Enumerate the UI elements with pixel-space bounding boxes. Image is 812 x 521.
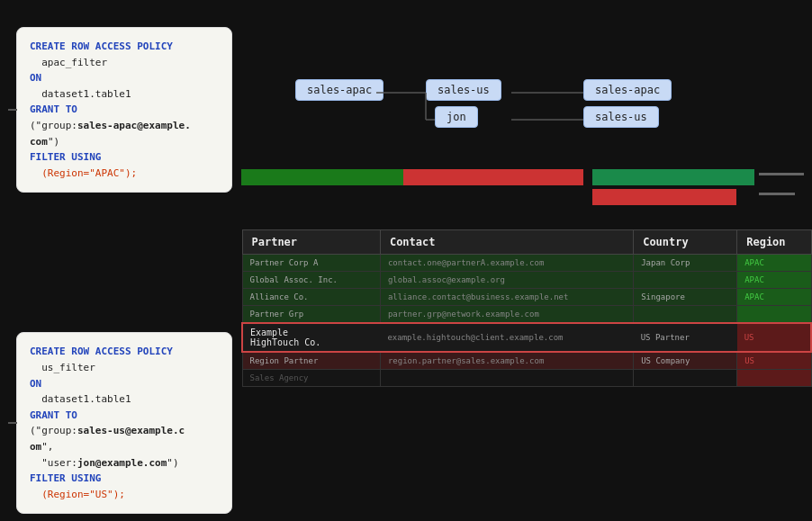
cell-partner: Region Partner [242, 352, 380, 370]
cell-country [634, 272, 737, 289]
bar-red-right [592, 189, 736, 205]
cell-region [737, 306, 811, 324]
code-block-1: CREATE ROW ACCESS POLICY apac_filter ON … [16, 27, 232, 193]
cell-partner: Global Assoc. Inc. [242, 272, 380, 289]
table-row: ExampleHighTouch Co. example.hightouch@c… [242, 323, 811, 352]
color-bars-area [241, 169, 812, 214]
grantee-1b: com") [30, 136, 59, 148]
data-table: Partner Contact Country Region Partner C… [241, 229, 812, 387]
cell-contact: contact.one@partnerA.example.com [380, 255, 633, 272]
filter-expr-2: (Region="US"); [30, 489, 125, 500]
cell-country: US Partner [634, 323, 737, 352]
keyword-filter-1: FILTER USING [30, 151, 101, 163]
dash-2 [759, 193, 795, 195]
tag-jon: jon [435, 106, 478, 128]
table-row: Partner Grp partner.grp@network.example.… [242, 306, 811, 324]
left-panel: CREATE ROW ACCESS POLICY apac_filter ON … [0, 0, 241, 521]
cell-region [737, 370, 811, 387]
keyword-filter-2: FILTER USING [30, 472, 101, 484]
table-row: Sales Agency [242, 370, 811, 387]
main-container: CREATE ROW ACCESS POLICY apac_filter ON … [0, 0, 812, 521]
cell-partner: ExampleHighTouch Co. [242, 323, 380, 352]
grantee-2: ("group:sales-us@example.c [30, 425, 185, 436]
cell-country [634, 306, 737, 324]
cell-contact: global.assoc@example.org [380, 272, 633, 289]
tag-sales-us: sales-us [426, 79, 501, 101]
tag-sales-us-right: sales-us [583, 106, 659, 128]
cell-contact [380, 370, 633, 387]
cell-region: US [737, 323, 811, 352]
keyword-on-1: ON [30, 72, 41, 84]
grantee-2c: "user:jon@example.com") [30, 457, 179, 469]
filter-expr-1: (Region="APAC"); [30, 167, 137, 179]
cell-region: APAC [737, 255, 811, 272]
cell-region: APAC [737, 289, 811, 306]
bar-teal-right [592, 169, 754, 185]
keyword-grant-1: GRANT TO [30, 103, 77, 115]
right-panel: sales-apac sales-us jon sales-apac sales… [241, 0, 812, 521]
cell-contact: partner.grp@network.example.com [380, 306, 633, 324]
dash-1 [759, 173, 804, 175]
cell-partner: Partner Grp [242, 306, 380, 324]
keyword-on-2: ON [30, 378, 41, 390]
table-row: Alliance Co. alliance.contact@business.e… [242, 289, 811, 306]
grantee-2b: om", [30, 441, 54, 453]
cell-contact: region.partner@sales.example.com [380, 352, 633, 370]
cell-contact: alliance.contact@business.example.net [380, 289, 633, 306]
table-ref-1: dataset1.table1 [30, 88, 131, 100]
cell-partner: Alliance Co. [242, 289, 380, 306]
cell-country: Singapore [634, 289, 737, 306]
policy-name-1: apac_filter [30, 57, 107, 68]
table-row: Global Assoc. Inc. global.assoc@example.… [242, 272, 811, 289]
cell-country: US Company [634, 352, 737, 370]
bar-red-us [403, 169, 583, 185]
cell-partner: Sales Agency [242, 370, 380, 387]
grantee-1: ("group:sales-apac@example. [30, 120, 191, 131]
table-area: Partner Contact Country Region Partner C… [241, 229, 812, 521]
cell-partner: Partner Corp A [242, 255, 380, 272]
keyword-grant-2: GRANT TO [30, 409, 77, 421]
tag-sales-apac-left: sales-apac [295, 79, 383, 101]
table-ref-2: dataset1.table1 [30, 393, 131, 405]
col-country: Country [634, 230, 737, 255]
cell-country [634, 370, 737, 387]
col-contact: Contact [380, 230, 633, 255]
table-row: Region Partner region.partner@sales.exam… [242, 352, 811, 370]
policy-name-2: us_filter [30, 362, 95, 373]
cell-contact: example.hightouch@client.example.com [380, 323, 633, 352]
code-block-2: CREATE ROW ACCESS POLICY us_filter ON da… [16, 332, 232, 514]
cell-region: US [737, 352, 811, 370]
table-row: Partner Corp A contact.one@partnerA.exam… [242, 255, 811, 272]
col-partner: Partner [242, 230, 380, 255]
keyword-create-1: CREATE ROW ACCESS POLICY [30, 40, 173, 52]
col-region: Region [737, 230, 811, 255]
keyword-create-2: CREATE ROW ACCESS POLICY [30, 346, 173, 357]
cell-region: APAC [737, 272, 811, 289]
cell-country: Japan Corp [634, 255, 737, 272]
tag-sales-apac-right: sales-apac [583, 79, 672, 101]
